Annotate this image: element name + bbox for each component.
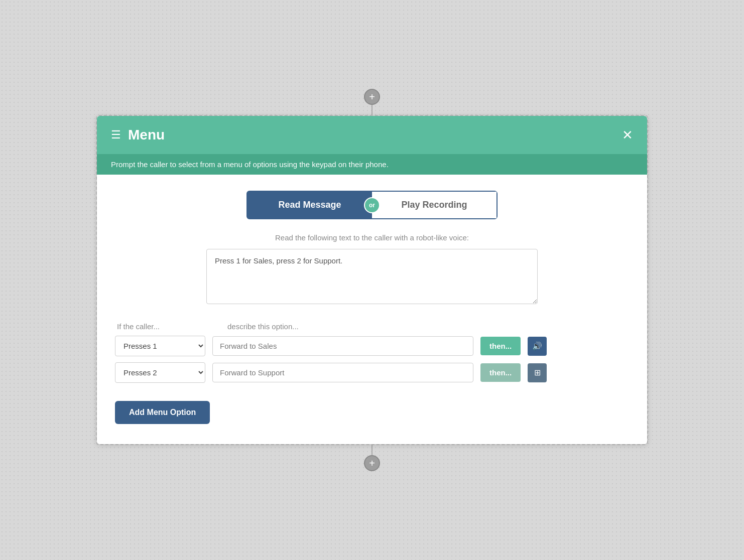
bottom-connector: +	[364, 445, 380, 471]
add-menu-option-button[interactable]: Add Menu Option	[115, 401, 210, 424]
bottom-add-button[interactable]: +	[364, 455, 380, 471]
modal-header: ☰ Menu ✕	[97, 116, 647, 154]
option-1-speaker-button[interactable]: 🔊	[528, 337, 547, 356]
option-row-2: Presses 1 Presses 2 Presses 3 then... ⊞	[115, 362, 629, 383]
caller-header-label: If the caller...	[117, 322, 217, 331]
top-connector-line	[371, 105, 373, 115]
menu-lines-icon: ☰	[111, 128, 121, 142]
speaker-icon: 🔊	[532, 341, 542, 351]
option-2-grid-button[interactable]: ⊞	[528, 363, 547, 382]
dashed-container: ☰ Menu ✕ Prompt the caller to select fro…	[96, 115, 648, 445]
describe-header-label: describe this option...	[227, 322, 299, 331]
subheader-text: Prompt the caller to select from a menu …	[111, 160, 633, 169]
toggle-or-label: or	[364, 197, 380, 213]
options-header: If the caller... describe this option...	[115, 322, 629, 331]
bottom-connector-line	[371, 445, 373, 455]
toggle-play-recording[interactable]: Play Recording	[372, 192, 497, 218]
modal-title: Menu	[128, 127, 165, 143]
modal-subheader: Prompt the caller to select from a menu …	[97, 154, 647, 175]
option-1-description[interactable]	[212, 336, 473, 356]
modal-card: ☰ Menu ✕ Prompt the caller to select fro…	[97, 116, 647, 444]
page-wrapper: + ☰ Menu ✕ Prompt the caller to select f…	[96, 89, 648, 471]
close-button[interactable]: ✕	[622, 128, 633, 142]
option-1-select[interactable]: Presses 1 Presses 2 Presses 3	[115, 336, 205, 356]
top-connector: +	[364, 89, 380, 115]
option-row-1: Presses 1 Presses 2 Presses 3 then... 🔊	[115, 336, 629, 356]
toggle-container: Read Message or Play Recording	[246, 191, 498, 219]
option-1-then-button[interactable]: then...	[480, 337, 521, 355]
option-2-select[interactable]: Presses 1 Presses 2 Presses 3	[115, 362, 205, 383]
message-textarea[interactable]	[206, 249, 538, 304]
option-2-then-button[interactable]: then...	[480, 363, 521, 382]
description-text: Read the following text to the caller wi…	[115, 233, 629, 242]
modal-header-left: ☰ Menu	[111, 127, 165, 143]
toggle-read-message[interactable]: Read Message	[247, 192, 372, 218]
top-add-button[interactable]: +	[364, 89, 380, 105]
toggle-bar: Read Message or Play Recording	[115, 191, 629, 219]
modal-body: Read Message or Play Recording Read the …	[97, 175, 647, 444]
option-2-description[interactable]	[212, 363, 473, 382]
grid-icon: ⊞	[534, 368, 541, 377]
